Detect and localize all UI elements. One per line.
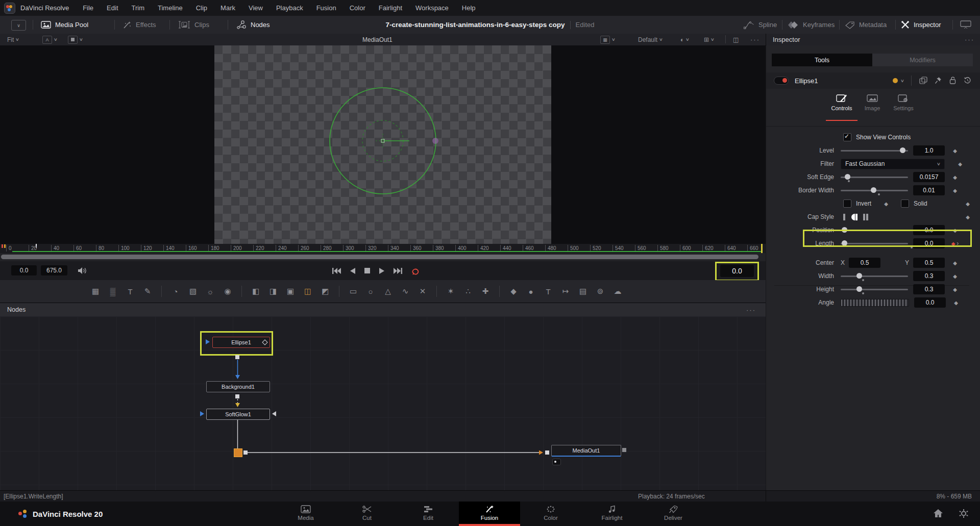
effects-button[interactable]: Effects <box>122 16 156 34</box>
menu-trim[interactable]: Trim <box>125 4 152 12</box>
viewer-options-button[interactable]: ··· <box>750 34 760 45</box>
node-graph-canvas[interactable]: Ellipse1 Background1 SoftGlow1 MediaOut1 <box>0 316 766 491</box>
polygon-mask-tool-icon[interactable]: △ <box>382 285 394 297</box>
width-slider[interactable] <box>841 272 908 280</box>
menu-playback[interactable]: Playback <box>270 4 310 12</box>
renderer3d-tool-icon[interactable]: ☁ <box>611 285 624 297</box>
softglow1-input-arrow-icon[interactable] <box>272 411 276 416</box>
menu-file[interactable]: File <box>76 4 100 12</box>
cap-style-butt-button[interactable] <box>841 213 848 221</box>
bspline-mask-tool-icon[interactable]: ∿ <box>399 285 411 297</box>
merge-under-tool-icon[interactable]: ◨ <box>267 285 279 297</box>
soft-edge-value[interactable]: 0.0157 <box>913 172 945 182</box>
junction-output-port[interactable] <box>243 450 248 455</box>
center-x-value[interactable]: 0.5 <box>849 258 880 268</box>
chevron-down-icon[interactable]: ∨ <box>900 79 904 83</box>
transform3d-tool-icon[interactable]: ↦ <box>559 285 572 297</box>
level-value[interactable]: 1.0 <box>913 145 945 156</box>
ellipse1-view-arrow-icon[interactable] <box>206 339 210 344</box>
goto-start-button[interactable] <box>332 267 341 274</box>
lock-button[interactable] <box>949 77 956 84</box>
solid-checkbox[interactable] <box>901 199 909 208</box>
play-button[interactable] <box>378 267 385 274</box>
dissolve-tool-icon[interactable]: ▣ <box>284 285 297 297</box>
project-manager-button[interactable] <box>933 509 943 518</box>
menu-edit[interactable]: Edit <box>100 4 125 12</box>
ellipse-mask-tool-icon[interactable]: ○ <box>364 285 377 297</box>
menu-help[interactable]: Help <box>455 4 482 12</box>
width-keyframe-icon[interactable]: ◆ <box>945 273 965 279</box>
menu-timeline[interactable]: Timeline <box>151 4 189 12</box>
menu-color[interactable]: Color <box>343 4 372 12</box>
merge-tool-icon[interactable]: ◧ <box>250 285 262 297</box>
mediaout1-output-port[interactable] <box>622 448 626 452</box>
background1-output-port[interactable] <box>235 394 239 398</box>
page-layout-dropdown[interactable]: ∨ <box>11 20 26 31</box>
panel-toggle-button[interactable] <box>960 16 971 34</box>
width-value[interactable]: 0.3 <box>913 271 945 281</box>
node-copy-button[interactable] <box>919 77 927 84</box>
channel-view-button[interactable]: ∨ <box>68 34 83 45</box>
nodes-options-button[interactable]: ··· <box>746 306 756 314</box>
filter-dropdown[interactable]: Fast Gaussian ∨ <box>841 159 945 169</box>
pmerge-tool-icon[interactable]: ∴ <box>462 285 474 297</box>
goto-end-button[interactable] <box>393 267 403 274</box>
textplus-tool-icon[interactable]: T <box>124 285 136 297</box>
stop-button[interactable] <box>364 267 371 274</box>
menu-fusion[interactable]: Fusion <box>310 4 343 12</box>
play-reverse-button[interactable] <box>349 267 356 274</box>
range-in-field[interactable]: 0.0 <box>11 265 37 275</box>
fastnoise-tool-icon[interactable]: ▒ <box>107 285 119 297</box>
cap-style-keyframe-icon[interactable]: ◆ <box>958 214 978 220</box>
page-tab-cut[interactable]: Cut <box>336 502 398 526</box>
height-slider[interactable] <box>841 286 908 293</box>
page-tab-media[interactable]: Media <box>275 502 336 526</box>
menu-clip[interactable]: Clip <box>189 4 214 12</box>
camera3d-tool-icon[interactable]: ⊚ <box>594 285 606 297</box>
subtab-image[interactable]: Image <box>857 94 888 111</box>
background-tool-icon[interactable]: ▦ <box>89 285 102 297</box>
pin-button[interactable] <box>935 77 942 84</box>
scrollbar-thumb[interactable] <box>1 255 758 259</box>
grid-view-button[interactable]: ⊞∨ <box>704 34 714 45</box>
height-value[interactable]: 0.3 <box>913 284 945 294</box>
mediaout1-input-port[interactable] <box>545 450 549 455</box>
keyframes-button[interactable]: Keyframes <box>788 16 835 34</box>
menu-mark[interactable]: Mark <box>214 4 242 12</box>
colorcurves-tool-icon[interactable]: ▧ <box>187 285 199 297</box>
loop-button[interactable] <box>410 267 422 275</box>
soft-edge-keyframe-icon[interactable]: ◆ <box>945 174 965 180</box>
menu-fairlight[interactable]: Fairlight <box>372 4 409 12</box>
solid-keyframe-icon[interactable]: ◆ <box>958 201 978 207</box>
reset-history-button[interactable] <box>964 77 971 84</box>
app-logo-icon[interactable] <box>4 3 15 14</box>
ellipse-overlay[interactable] <box>214 45 551 244</box>
tab-tools[interactable]: Tools <box>772 54 872 66</box>
node-background1[interactable]: Background1 <box>206 381 270 392</box>
height-keyframe-icon[interactable]: ◆ <box>945 287 965 292</box>
center-keyframe-icon[interactable]: ◆ <box>945 260 965 266</box>
node-ellipse1[interactable]: Ellipse1 <box>212 337 270 348</box>
text3d-tool-icon[interactable]: T <box>542 285 554 297</box>
page-tab-color[interactable]: Color <box>520 502 581 526</box>
angle-keyframe-icon[interactable]: ◆ <box>946 300 966 306</box>
menu-view[interactable]: View <box>242 4 270 12</box>
cap-style-round-button[interactable] <box>851 213 859 221</box>
tab-modifiers[interactable]: Modifiers <box>872 54 973 66</box>
soft-edge-slider[interactable] <box>841 173 908 181</box>
blur-tool-icon[interactable]: ◉ <box>222 285 234 297</box>
paint-tool-icon[interactable]: ✎ <box>141 285 154 297</box>
invert-keyframe-icon[interactable]: ◆ <box>871 201 901 207</box>
timeline-scrollbar[interactable] <box>0 253 766 262</box>
viewer-canvas[interactable] <box>0 45 766 244</box>
border-width-value[interactable]: 0.01 <box>913 185 945 195</box>
mediaout-tool-icon[interactable]: ◫ <box>302 285 314 297</box>
node-enable-toggle[interactable] <box>774 77 789 85</box>
node-mediaout1[interactable]: MediaOut1 <box>551 445 621 457</box>
rectangle-mask-tool-icon[interactable]: ▭ <box>347 285 359 297</box>
sphere3d-tool-icon[interactable]: ● <box>525 285 537 297</box>
level-keyframe-icon[interactable]: ◆ <box>945 148 965 154</box>
range-out-field[interactable]: 675.0 <box>41 265 67 275</box>
timeline-ruler[interactable]: 0204060801001201401601802002202402602803… <box>0 244 766 253</box>
angle-thumbwheel[interactable] <box>841 299 909 307</box>
